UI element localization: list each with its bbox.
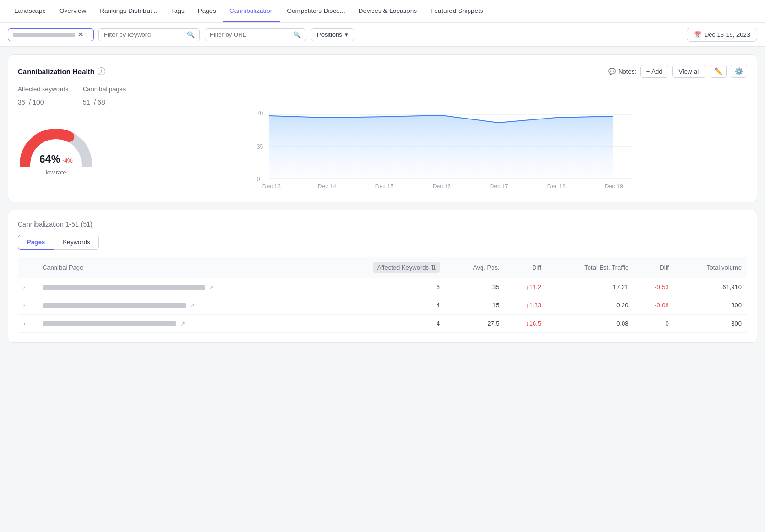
external-link-icon[interactable]: ↗ (180, 320, 185, 327)
comment-icon: 💬 (608, 68, 616, 75)
total-traffic-cell: 0.20 (547, 296, 634, 315)
date-range-button[interactable]: 📅 Dec 13-19, 2023 (687, 28, 757, 42)
cannibal-pages-stat: Cannibal pages 51 / 68 (83, 86, 126, 108)
page-cell: ↗ (37, 296, 323, 315)
positions-filter-button[interactable]: Positions ▾ (311, 28, 354, 41)
chart-svg: 0 35 70 (135, 86, 747, 191)
total-traffic-cell: 17.21 (547, 278, 634, 296)
nav-item-featured-snippets[interactable]: Featured Snippets (424, 0, 490, 22)
table-header: Cannibal Page Affected Keywords ⇅ Avg. P… (18, 257, 747, 278)
close-icon[interactable]: ✕ (78, 31, 83, 38)
avg-pos-cell: 27.5 (446, 315, 505, 333)
nav-item-devices---locations[interactable]: Devices & Locations (352, 0, 424, 22)
svg-text:35: 35 (257, 143, 263, 150)
svg-marker-6 (269, 115, 613, 179)
table-tabs: PagesKeywords (18, 235, 747, 250)
col-total-traffic: Total Est. Traffic (547, 257, 634, 278)
col-diff-1: Diff (505, 257, 547, 278)
notes-label: 💬 Notes: (608, 68, 636, 75)
cannibalization-table: Cannibal Page Affected Keywords ⇅ Avg. P… (18, 257, 747, 333)
expand-icon[interactable]: › (23, 302, 25, 309)
expand-cell[interactable]: › (18, 315, 37, 333)
affected-keywords-cell: 6 (323, 278, 446, 296)
table-row: › ↗ 4 27.5 ↓16.5 0.08 0 300 (18, 315, 747, 333)
col-avg-pos: Avg. Pos. (446, 257, 505, 278)
svg-text:Dec 18: Dec 18 (547, 183, 566, 190)
table-body: › ↗ 6 35 ↓11.2 17.21 -0.53 61,910 › ↗ 4 … (18, 278, 747, 333)
health-card-title: Cannibalization Health i (18, 67, 105, 76)
card-actions: 💬 Notes: + Add View all ✏️ ⚙️ (608, 65, 747, 78)
line-chart: 0 35 70 (135, 86, 747, 192)
svg-text:Dec 17: Dec 17 (490, 183, 508, 190)
date-range-label: Dec 13-19, 2023 (704, 31, 750, 38)
nav-items: LandscapeOverviewRankings Distribut...Ta… (8, 0, 490, 22)
svg-text:Dec 13: Dec 13 (262, 183, 281, 190)
diff1-cell: ↓16.5 (505, 315, 547, 333)
url-search-icon: 🔍 (293, 31, 301, 38)
nav-item-competitors-disco---[interactable]: Competitors Disco... (280, 0, 352, 22)
info-icon: i (98, 67, 105, 75)
svg-text:Dec 16: Dec 16 (433, 183, 451, 190)
nav-item-cannibalization[interactable]: Cannibalization (223, 0, 280, 22)
nav-item-pages[interactable]: Pages (191, 0, 223, 22)
diff1-cell: ↓11.2 (505, 278, 547, 296)
nav-item-rankings-distribut---[interactable]: Rankings Distribut... (93, 0, 164, 22)
gauge-label: low rate (18, 169, 94, 176)
avg-pos-cell: 15 (446, 296, 505, 315)
keyword-filter-input-wrap[interactable]: 🔍 (98, 28, 200, 41)
expand-icon[interactable]: › (23, 284, 25, 291)
svg-text:0: 0 (257, 176, 260, 183)
diff2-cell: 0 (634, 315, 675, 333)
expand-cell[interactable]: › (18, 296, 37, 315)
external-link-icon[interactable]: ↗ (190, 302, 195, 309)
diff1-cell: ↓1.33 (505, 296, 547, 315)
total-volume-cell: 300 (675, 315, 747, 333)
add-note-button[interactable]: + Add (640, 65, 669, 78)
url-filter-input[interactable] (210, 31, 290, 38)
cannibalization-table-card: Cannibalization 1-51 (51) PagesKeywords … (8, 210, 757, 343)
col-cannibal-page: Cannibal Page (37, 257, 323, 278)
table-row: › ↗ 6 35 ↓11.2 17.21 -0.53 61,910 (18, 278, 747, 296)
sort-icon: ⇅ (431, 264, 436, 271)
expand-cell[interactable]: › (18, 278, 37, 296)
chevron-down-icon: ▾ (345, 31, 348, 38)
page-cell: ↗ (37, 315, 323, 333)
view-all-button[interactable]: View all (672, 65, 706, 78)
gauge-chart: 64% -4% (18, 124, 94, 167)
external-link-icon[interactable]: ↗ (209, 284, 214, 291)
tab-pages[interactable]: Pages (18, 235, 54, 250)
diff2-cell: -0.08 (634, 296, 675, 315)
expand-icon[interactable]: › (23, 320, 25, 327)
health-card: Cannibalization Health i 💬 Notes: + Add … (8, 54, 757, 202)
page-cell: ↗ (37, 278, 323, 296)
top-nav: LandscapeOverviewRankings Distribut...Ta… (0, 0, 765, 23)
affected-keywords-cell: 4 (323, 315, 446, 333)
table-section-title: Cannibalization 1-51 (51) (18, 220, 747, 228)
affected-keywords-cell: 4 (323, 296, 446, 315)
url-filter-input-wrap[interactable]: 🔍 (205, 28, 306, 41)
svg-text:Dec 15: Dec 15 (375, 183, 393, 190)
nav-item-tags[interactable]: Tags (164, 0, 191, 22)
settings-icon-button[interactable]: ⚙️ (731, 65, 747, 78)
affected-keywords-stat: Affected keywords 36 / 100 (18, 86, 68, 108)
table-row: › ↗ 4 15 ↓1.33 0.20 -0.08 300 (18, 296, 747, 315)
nav-item-landscape[interactable]: Landscape (8, 0, 53, 22)
svg-text:Dec 19: Dec 19 (605, 183, 623, 190)
health-stats-left: Affected keywords 36 / 100 Cannibal page… (18, 86, 126, 176)
col-total-volume: Total volume (675, 257, 747, 278)
gauge-percent: 64% -4% (39, 153, 72, 165)
svg-text:70: 70 (257, 110, 263, 117)
nav-item-overview[interactable]: Overview (53, 0, 93, 22)
keyword-filter-input[interactable] (104, 31, 184, 38)
total-traffic-cell: 0.08 (547, 315, 634, 333)
diff2-cell: -0.53 (634, 278, 675, 296)
svg-text:Dec 14: Dec 14 (318, 183, 336, 190)
col-affected-keywords[interactable]: Affected Keywords ⇅ (323, 257, 446, 278)
positions-label: Positions (317, 31, 342, 38)
tab-keywords[interactable]: Keywords (54, 235, 99, 250)
edit-icon-button[interactable]: ✏️ (710, 65, 727, 78)
total-volume-cell: 300 (675, 296, 747, 315)
total-volume-cell: 61,910 (675, 278, 747, 296)
active-filter-tag[interactable]: ✕ (8, 28, 94, 41)
keyword-search-icon: 🔍 (187, 31, 195, 38)
